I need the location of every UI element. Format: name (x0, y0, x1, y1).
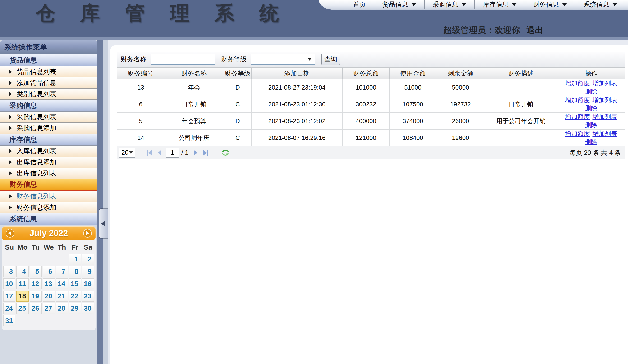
last-page-button[interactable] (203, 150, 208, 156)
cell-remain: 50000 (436, 79, 485, 96)
sidebar-section-finance[interactable]: 财务信息 (0, 179, 97, 191)
calendar-day[interactable]: 24 (3, 303, 15, 314)
sidebar-item-outbound-add[interactable]: 出库信息添加 (0, 157, 97, 168)
nav-item-purchase[interactable]: 采购信息 (424, 0, 474, 8)
first-page-button[interactable] (147, 150, 152, 156)
sidebar-item-finance-add[interactable]: 财务信息添加 (0, 202, 97, 213)
sidebar-item-finance-list[interactable]: 财务信息列表 (0, 191, 97, 202)
cell-desc: 日常开销 (485, 96, 557, 113)
calendar-empty-cell (82, 315, 94, 326)
calendar-day[interactable]: 27 (43, 303, 55, 314)
nav-item-finance[interactable]: 财务信息 (525, 0, 575, 8)
action-add-quota[interactable]: 增加额度 (565, 130, 590, 137)
action-add-quota[interactable]: 增加额度 (565, 96, 590, 104)
sidebar-item-goods-list[interactable]: 货品信息列表 (0, 66, 97, 77)
calendar-day[interactable]: 17 (3, 291, 15, 302)
chevron-left-icon (8, 231, 11, 235)
cell-level: D (224, 79, 251, 96)
logout-link[interactable]: 退出 (526, 24, 543, 36)
nav-item-label: 库存信息 (483, 0, 509, 9)
sidebar-item-goods-add[interactable]: 添加货品信息 (0, 77, 97, 89)
calendar-day[interactable]: 4 (16, 266, 28, 277)
next-page-button[interactable] (194, 150, 197, 156)
nav-item-goods[interactable]: 货品信息 (374, 0, 424, 8)
nav-item-home[interactable]: 首页 (345, 0, 374, 8)
calendar-day-selected[interactable]: 18 (16, 291, 28, 302)
triangle-right-icon (9, 160, 12, 164)
table-row: 5年会预算D2021-08-23 01:12:02400000374000260… (117, 113, 625, 129)
calendar-day[interactable]: 21 (56, 291, 68, 302)
calendar-day[interactable]: 26 (30, 303, 42, 314)
nav-item-system[interactable]: 系统信息 (575, 0, 625, 8)
calendar-day[interactable]: 11 (16, 278, 28, 289)
calendar-day[interactable]: 31 (3, 315, 15, 326)
calendar-day[interactable]: 15 (69, 278, 81, 289)
calendar-empty-cell (16, 254, 28, 265)
action-delete[interactable]: 删除 (585, 121, 597, 129)
calendar-day[interactable]: 6 (43, 266, 55, 277)
calendar-day[interactable]: 12 (30, 278, 42, 289)
calendar-day[interactable]: 30 (82, 303, 94, 314)
calendar-day[interactable]: 29 (69, 303, 81, 314)
calendar-prev-button[interactable] (6, 229, 14, 238)
col-finance-level: 财务等级 (224, 68, 251, 79)
action-delete[interactable]: 删除 (585, 88, 597, 95)
action-add-list[interactable]: 增加列表 (593, 130, 617, 137)
calendar-day[interactable]: 14 (56, 278, 68, 289)
finance-name-input[interactable] (151, 54, 215, 65)
col-finance-id: 财务编号 (117, 68, 164, 79)
calendar-next-button[interactable] (83, 229, 92, 238)
triangle-right-icon (9, 92, 12, 96)
calendar-day[interactable]: 22 (69, 291, 81, 302)
sidebar-item-purchase-add[interactable]: 采购信息添加 (0, 123, 97, 134)
calendar-day[interactable]: 25 (16, 303, 28, 314)
calendar-day[interactable]: 1 (69, 254, 81, 265)
calendar-day[interactable]: 19 (30, 291, 42, 302)
page-number-input[interactable] (166, 148, 179, 158)
triangle-right-icon (9, 171, 12, 176)
nav-item-label: 采购信息 (433, 0, 458, 9)
calendar-day[interactable]: 23 (82, 291, 94, 302)
action-delete[interactable]: 删除 (585, 105, 597, 112)
calendar-day[interactable]: 28 (56, 303, 68, 314)
calendar-day[interactable]: 16 (82, 278, 94, 289)
sidebar-item-category-list[interactable]: 类别信息列表 (0, 89, 97, 100)
triangle-right-icon (9, 81, 12, 85)
sidebar-section-system[interactable]: 系统信息 (0, 213, 97, 225)
sidebar-collapse-handle[interactable] (99, 209, 108, 238)
page-size-select[interactable]: 20 (119, 148, 135, 158)
calendar-day[interactable]: 8 (69, 266, 81, 277)
cell-total: 101000 (343, 79, 390, 96)
sidebar-section-goods[interactable]: 货品信息 (0, 55, 97, 66)
action-add-list[interactable]: 增加列表 (593, 113, 617, 120)
calendar-day[interactable]: 9 (82, 266, 94, 277)
action-delete[interactable]: 删除 (585, 138, 597, 145)
nav-item-label: 财务信息 (533, 0, 559, 9)
sidebar-item-purchase-list[interactable]: 采购信息列表 (0, 112, 97, 123)
sidebar-section-stock[interactable]: 库存信息 (0, 134, 97, 146)
action-add-quota[interactable]: 增加额度 (565, 113, 590, 120)
query-button[interactable]: 查询 (321, 54, 340, 65)
cell-desc (485, 79, 557, 96)
calendar-day[interactable]: 13 (43, 278, 55, 289)
sidebar-item-outbound-list[interactable]: 出库信息列表 (0, 168, 97, 179)
sidebar-section-purchase[interactable]: 采购信息 (0, 100, 97, 112)
calendar-day[interactable]: 10 (3, 278, 15, 289)
sidebar-item-inbound-list[interactable]: 入库信息列表 (0, 146, 97, 157)
calendar-day[interactable]: 2 (82, 254, 94, 265)
pager-separator (140, 149, 140, 157)
prev-page-button[interactable] (158, 150, 161, 156)
calendar-empty-cell (30, 315, 42, 326)
action-add-quota[interactable]: 增加额度 (565, 80, 590, 87)
calendar-day[interactable]: 7 (56, 266, 68, 277)
action-add-list[interactable]: 增加列表 (593, 80, 617, 87)
refresh-button[interactable] (221, 149, 230, 157)
nav-item-stock[interactable]: 库存信息 (474, 0, 525, 8)
action-add-list[interactable]: 增加列表 (593, 96, 617, 104)
calendar-day[interactable]: 5 (30, 266, 42, 277)
calendar-day[interactable]: 3 (3, 266, 15, 277)
finance-level-select[interactable] (251, 54, 315, 65)
calendar-empty-cell (3, 254, 15, 265)
chevron-down-icon (129, 151, 133, 154)
calendar-day[interactable]: 20 (43, 291, 55, 302)
